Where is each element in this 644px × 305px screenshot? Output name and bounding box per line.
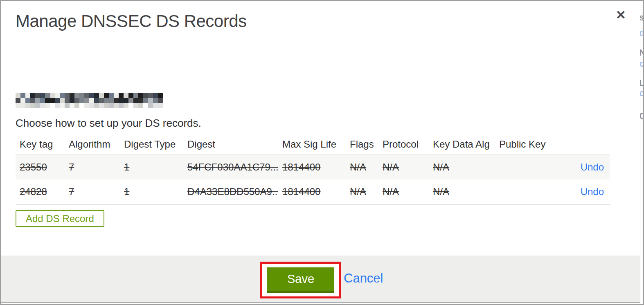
screenshot-frame: Manage DNSSEC DS Records ✕ Choose how to…	[0, 0, 644, 305]
cell-public-key	[495, 155, 552, 179]
cancel-link[interactable]: Cancel	[344, 271, 383, 286]
cell-key-data-alg: N/A	[429, 179, 495, 204]
col-header-digest-type: Digest Type	[120, 134, 183, 155]
cell-digest: 54FCF030AA1C79...	[183, 155, 278, 179]
col-header-key-data-alg: Key Data Alg	[429, 134, 495, 155]
col-header-key-tag: Key tag	[16, 134, 65, 155]
table-header-row: Key tag Algorithm Digest Type Digest Max…	[16, 134, 610, 155]
cell-flags: N/A	[346, 179, 378, 204]
cell-algorithm: 7	[65, 155, 120, 179]
col-header-max-sig-life: Max Sig Life	[278, 134, 346, 155]
cell-flags: N/A	[346, 155, 378, 179]
cell-key-tag: 23550	[16, 155, 65, 179]
col-header-protocol: Protocol	[378, 134, 429, 155]
subtitle-text: Choose how to set up your DS records.	[16, 117, 201, 130]
background-page-edge-strip: sdNoLoC	[640, 1, 643, 304]
cell-key-tag: 24828	[16, 179, 65, 204]
table-row: 24828 7 1 D4A33E8DD550A9... 1814400 N/A …	[16, 179, 610, 204]
undo-link[interactable]: Undo	[581, 186, 604, 197]
col-header-algorithm: Algorithm	[65, 134, 120, 155]
add-ds-record-button[interactable]: Add DS Record	[16, 210, 104, 227]
page-title: Manage DNSSEC DS Records	[16, 11, 247, 31]
cell-max-sig-life: 1814400	[278, 179, 346, 204]
col-header-digest: Digest	[183, 134, 278, 155]
save-button[interactable]: Save	[267, 267, 334, 293]
cell-digest: D4A33E8DD550A9...	[183, 179, 278, 204]
col-header-flags: Flags	[346, 134, 378, 155]
cell-digest-type: 1	[120, 179, 183, 204]
ds-records-table: Key tag Algorithm Digest Type Digest Max…	[16, 134, 610, 205]
modal-footer: Save Cancel	[1, 256, 640, 302]
undo-link[interactable]: Undo	[581, 161, 604, 173]
cell-max-sig-life: 1814400	[278, 155, 346, 179]
cell-protocol: N/A	[378, 155, 429, 179]
col-header-action	[552, 134, 610, 155]
red-highlight-box: Save	[260, 262, 341, 298]
cell-digest-type: 1	[120, 155, 183, 179]
cell-key-data-alg: N/A	[429, 155, 495, 179]
cell-public-key	[495, 179, 552, 204]
table-row: 23550 7 1 54FCF030AA1C79... 1814400 N/A …	[16, 155, 610, 179]
close-icon[interactable]: ✕	[616, 9, 626, 21]
domain-name-redacted	[16, 93, 163, 108]
col-header-public-key: Public Key	[495, 134, 552, 155]
manage-dnssec-modal: Manage DNSSEC DS Records ✕ Choose how to…	[1, 1, 640, 303]
cell-algorithm: 7	[65, 179, 120, 204]
cell-protocol: N/A	[378, 179, 429, 204]
